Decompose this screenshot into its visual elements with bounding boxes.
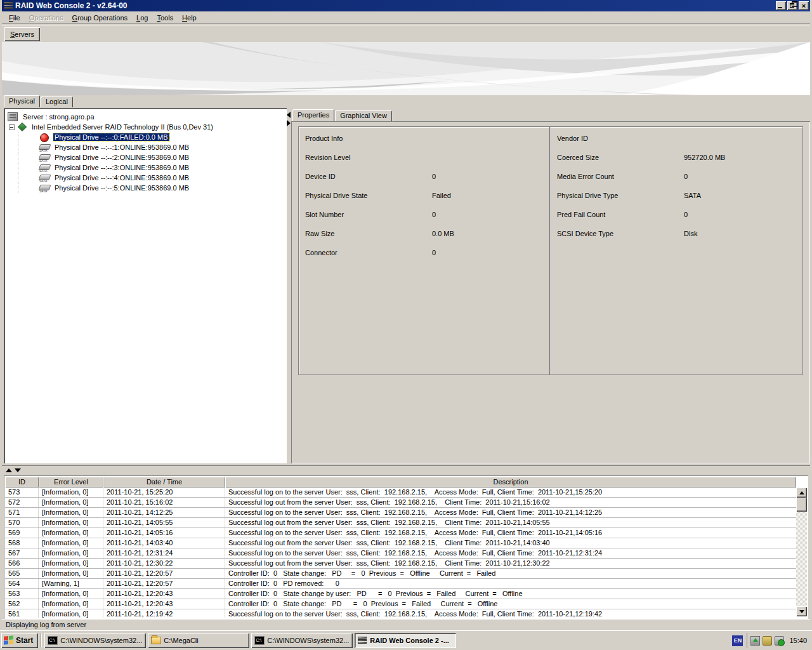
drive-label: Physical Drive --:--:0:FAILED:0.0 MB	[53, 133, 169, 141]
log-id-cell: 570	[5, 518, 39, 527]
clock[interactable]: 15:40	[789, 637, 807, 644]
task-button[interactable]: RAID Web Console 2 -...	[355, 633, 456, 648]
menu-item[interactable]: Tools	[152, 13, 178, 23]
task-button[interactable]: C:\ C:\WINDOWS\system32...	[251, 633, 353, 648]
log-row[interactable]: 565 [Information, 0] 2011-10-21, 12:20:5…	[5, 569, 796, 579]
tree-connector-line	[18, 132, 39, 142]
property-row: Revision Level	[305, 154, 549, 173]
safely-remove-hardware-icon[interactable]	[750, 636, 760, 646]
view-tab[interactable]: Physical	[4, 95, 40, 107]
log-description-cell: Controller ID: 0 PD removed: 0	[225, 579, 796, 588]
tree-drive-row[interactable]: Physical Drive --:--:4:ONLINE:953869.0 M…	[8, 173, 284, 183]
log-date-cell: 2011-10-21, 14:05:16	[103, 528, 225, 538]
log-row[interactable]: 569 [Information, 0] 2011-10-21, 14:05:1…	[5, 528, 796, 538]
expand-up-icon[interactable]	[6, 468, 12, 472]
log-description-cell: Controller ID: 0 State change: PD = 0 Pr…	[225, 599, 796, 609]
property-value: 0	[432, 211, 436, 230]
task-button[interactable]: C:\ C:\WINDOWS\system32...	[44, 633, 146, 648]
log-description-cell: Successful log on to the server User: ss…	[225, 548, 796, 558]
property-value: 0.0 MB	[432, 230, 454, 249]
log-row[interactable]: 566 [Information, 0] 2011-10-21, 12:30:2…	[5, 559, 796, 569]
tree-drive-row[interactable]: Physical Drive --:--:0:FAILED:0.0 MB	[8, 132, 284, 142]
tree-drive-row[interactable]: Physical Drive --:--:1:ONLINE:953869.0 M…	[8, 142, 284, 152]
log-row[interactable]: 571 [Information, 0] 2011-10-21, 14:12:2…	[5, 508, 796, 518]
status-text: Displaying log from server	[6, 621, 86, 628]
properties-right-column: Vendor ID Coerced Size 952720.0 MB Media…	[551, 127, 802, 375]
servers-button[interactable]: Servers	[4, 27, 40, 41]
task-button-icon	[151, 637, 161, 644]
properties-tab[interactable]: Properties	[292, 109, 334, 121]
log-level-cell: [Information, 0]	[39, 609, 103, 618]
log-row[interactable]: 573 [Information, 0] 2011-10-21, 15:25:2…	[5, 488, 796, 498]
scroll-thumb[interactable]	[796, 498, 807, 512]
log-date-cell: 2011-10-21, 12:31:24	[103, 548, 225, 558]
collapse-right-icon[interactable]	[287, 120, 291, 126]
tree-drive-row[interactable]: Physical Drive --:--:5:ONLINE:953869.0 M…	[8, 183, 284, 193]
expand-down-icon[interactable]	[15, 468, 21, 472]
log-row[interactable]: 563 [Information, 0] 2011-10-21, 12:20:4…	[5, 589, 796, 599]
start-label: Start	[16, 636, 33, 645]
controller-label: Intel Embedded Server RAID Technology II…	[30, 123, 214, 131]
menu-item[interactable]: Group Operations	[68, 13, 132, 23]
tree-server-row[interactable]: Server : strong.agro.pa	[8, 112, 284, 122]
raid-service-tray-icon[interactable]	[775, 636, 784, 646]
task-button-label: C:\WINDOWS\system32...	[267, 637, 349, 644]
scroll-down-button[interactable]	[796, 606, 807, 616]
taskbar-separator	[41, 633, 42, 647]
controller-diamond-icon	[18, 123, 27, 131]
language-indicator[interactable]: EN	[732, 635, 743, 646]
property-label: Revision Level	[305, 154, 432, 173]
tree-drive-row[interactable]: Physical Drive --:--:2:ONLINE:953869.0 M…	[8, 152, 284, 162]
minimize-button[interactable]	[776, 1, 786, 10]
event-log: ID Error Level Date / Time Description 5…	[4, 475, 808, 619]
task-button-icon: C:\	[48, 636, 58, 645]
log-row[interactable]: 564 [Warning, 1] 2011-10-21, 12:20:57 Co…	[5, 579, 796, 589]
column-header-date-time[interactable]: Date / Time	[103, 477, 225, 488]
scroll-up-button[interactable]	[796, 488, 807, 498]
task-button[interactable]: C:\MegaCli	[148, 633, 249, 648]
menu-item[interactable]: Log	[132, 13, 152, 23]
view-tab[interactable]: Logical	[41, 96, 73, 107]
task-button-icon	[358, 637, 367, 645]
tree-controller-row[interactable]: Intel Embedded Server RAID Technology II…	[8, 122, 284, 132]
property-label: Product Info	[305, 135, 432, 154]
scroll-down-icon	[799, 610, 804, 613]
pane-divider[interactable]	[2, 465, 810, 475]
start-button[interactable]: Start	[1, 633, 38, 648]
log-date-cell: 2011-10-21, 14:03:40	[103, 538, 225, 548]
tree-drive-row[interactable]: Physical Drive --:--:3:ONLINE:953869.0 M…	[8, 162, 284, 173]
property-row: Pred Fail Count 0	[557, 211, 802, 230]
log-row[interactable]: 562 [Information, 0] 2011-10-21, 12:20:4…	[5, 599, 796, 609]
title-bar[interactable]: RAID Web Console 2 - v2.64-00 ×	[2, 0, 810, 11]
menu-item[interactable]: Operations	[25, 13, 68, 23]
properties-body: Product Info Revision Level Device ID	[291, 121, 810, 463]
log-table: ID Error Level Date / Time Description 5…	[5, 477, 796, 618]
column-header-id[interactable]: ID	[5, 477, 39, 488]
property-label: Physical Drive State	[305, 192, 432, 211]
task-button-label: RAID Web Console 2 -...	[370, 637, 449, 644]
property-row: Vendor ID	[557, 135, 802, 154]
main-area: Server : strong.agro.pa Intel Embedded S…	[2, 107, 810, 465]
column-header-description[interactable]: Description	[225, 477, 796, 488]
drive-state-icon	[39, 163, 51, 173]
collapse-minus-icon[interactable]	[9, 124, 15, 130]
collapse-left-icon[interactable]	[287, 112, 291, 118]
log-scrollbar[interactable]	[796, 488, 807, 616]
log-row[interactable]: 570 [Information, 0] 2011-10-21, 14:05:5…	[5, 518, 796, 528]
close-button[interactable]: ×	[799, 1, 809, 10]
log-date-cell: 2011-10-21, 15:25:20	[103, 488, 225, 497]
log-row[interactable]: 572 [Information, 0] 2011-10-21, 15:16:0…	[5, 498, 796, 508]
menu-item[interactable]: Help	[178, 13, 201, 23]
log-id-cell: 569	[5, 528, 39, 538]
restore-button[interactable]	[787, 1, 797, 10]
properties-tab[interactable]: Graphical View	[335, 110, 392, 121]
column-header-error-level[interactable]: Error Level	[39, 477, 103, 488]
raid-agent-tray-icon[interactable]	[763, 636, 772, 646]
log-rows: 573 [Information, 0] 2011-10-21, 15:25:2…	[5, 488, 796, 618]
log-row[interactable]: 568 [Information, 0] 2011-10-21, 14:03:4…	[5, 538, 796, 548]
property-value: SATA	[684, 192, 701, 211]
menu-item[interactable]: File	[4, 13, 25, 23]
log-row[interactable]: 567 [Information, 0] 2011-10-21, 12:31:2…	[5, 548, 796, 559]
property-label: Vendor ID	[557, 135, 684, 154]
log-row[interactable]: 561 [Information, 0] 2011-10-21, 12:19:4…	[5, 609, 796, 618]
